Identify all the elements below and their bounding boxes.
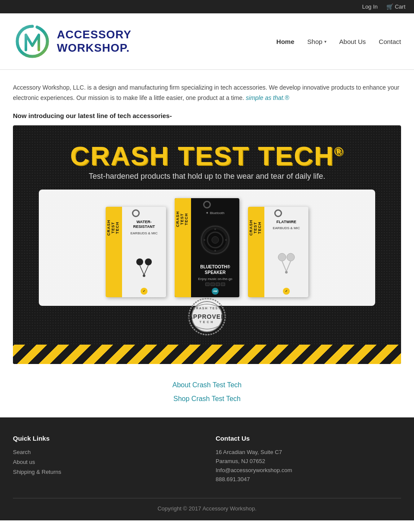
svg-line-16 [282, 261, 286, 271]
product-bluetooth-speaker: CRASHTESTTECH ✦ Bluetooth [175, 198, 239, 297]
svg-text:CRASH TEST: CRASH TEST [193, 307, 221, 310]
pkg-body-2: ✦ Bluetooth [191, 208, 239, 297]
footer-copyright: Copyright © 2017 Accessory Workshop. [13, 498, 401, 512]
stamp-container: CRASH TEST APPROVED TECH [22, 306, 392, 327]
svg-point-0 [136, 258, 143, 265]
brand-stamp-2: AW [212, 288, 219, 295]
cert-badge-3: ✓ [283, 288, 290, 295]
svg-line-17 [286, 261, 291, 271]
pkg-stripe-2: CRASHTESTTECH [175, 198, 191, 297]
pkg-desc-2: Enjoy music on-the-go [194, 277, 237, 281]
address-line1: 16 Arcadian Way, Suite C7 [216, 449, 401, 455]
main-nav: Home Shop ▾ About Us Contact [276, 38, 401, 45]
products-showcase: CRASHTESTTECH WATER-RESISTANT EARBUDS & … [39, 190, 375, 306]
svg-point-4 [143, 274, 145, 277]
footer: Quick Links Search About us Shipping & R… [0, 417, 414, 520]
footer-contact: Contact Us 16 Arcadian Way, Suite C7 Par… [216, 435, 401, 485]
svg-point-11 [225, 239, 227, 241]
contact-email: Info@accessoryworkshop.com [216, 467, 401, 473]
spec-icon-1 [205, 283, 210, 286]
pkg-brand-3: CRASHTESTTECH [249, 220, 263, 236]
footer-link-about[interactable]: About us [13, 459, 198, 465]
hazard-stripe [13, 345, 401, 364]
contact-title: Contact Us [216, 435, 401, 442]
cart-icon: 🛒 [386, 3, 393, 10]
chevron-down-icon: ▾ [324, 39, 326, 44]
svg-point-1 [145, 258, 152, 265]
pkg-name-2: BLUETOOTH® SPEAKER [194, 264, 237, 275]
product-flatwire-earbuds: CRASHTESTTECH FLATWIRE EARBUDS & MIC [248, 207, 308, 297]
pkg-brand-2: CRASHTESTTECH [176, 211, 190, 227]
cart-link[interactable]: 🛒 Cart [386, 3, 405, 10]
main-content: Accessory Workshop, LLC. is a design and… [0, 70, 414, 417]
pkg-stripe-1: CRASHTESTTECH [106, 207, 122, 297]
crash-test-tech-banner: CRASH TEST TECH® Test-hardened products … [13, 125, 401, 364]
cart-label: Cart [395, 3, 405, 10]
svg-point-10 [204, 239, 205, 241]
product-earbuds-water-resistant: CRASHTESTTECH WATER-RESISTANT EARBUDS & … [106, 207, 166, 297]
banner-inner: CRASH TEST TECH® Test-hardened products … [13, 125, 401, 327]
pkg-hanger-2 [203, 201, 211, 208]
earbuds-image-3 [271, 242, 301, 277]
svg-point-13 [214, 250, 216, 252]
pkg-desc-3: EARBUDS & MIC [267, 226, 306, 230]
speaker-image [198, 223, 232, 257]
footer-link-search[interactable]: Search [13, 449, 198, 455]
banner-links: About Crash Test Tech Shop Crash Test Te… [13, 364, 401, 417]
svg-line-3 [144, 265, 148, 275]
introducing-text: Now introducing our latest line of tech … [13, 112, 401, 119]
approved-stamp: CRASH TEST APPROVED TECH [188, 297, 226, 336]
spec-icon-4 [221, 283, 225, 286]
pkg-hanger-1 [132, 209, 140, 217]
svg-text:APPROVED: APPROVED [188, 313, 226, 320]
address-line2: Paramus, NJ 07652 [216, 458, 401, 464]
email-link[interactable]: Info@accessoryworkshop.com [216, 467, 292, 473]
about-crash-test-tech-link[interactable]: About Crash Test Tech [13, 381, 401, 389]
quick-links-title: Quick Links [13, 435, 198, 442]
logo-text: ACCESSORY WORKSHOP. [57, 28, 132, 55]
footer-link-shipping[interactable]: Shipping & Returns [13, 469, 198, 475]
svg-point-14 [278, 253, 286, 261]
spec-icon-2 [210, 283, 215, 286]
banner-title: CRASH TEST TECH® [22, 143, 392, 169]
footer-columns: Quick Links Search About us Shipping & R… [13, 435, 401, 485]
pkg-body-1: WATER-RESISTANT EARBUDS & MIC [122, 217, 166, 297]
nav-contact[interactable]: Contact [379, 38, 401, 45]
shop-crash-test-tech-link[interactable]: Shop Crash Test Tech [13, 395, 401, 403]
top-bar: Log In 🛒 Cart [0, 0, 414, 13]
pkg-stripe-3: CRASHTESTTECH [248, 207, 264, 297]
svg-point-12 [214, 228, 216, 230]
logo-area: ACCESSORY WORKSHOP. [13, 22, 132, 61]
nav-home[interactable]: Home [276, 38, 295, 45]
pkg-name-3: FLATWIRE [267, 220, 306, 225]
svg-point-15 [287, 253, 295, 261]
cert-badge-1: ✓ [141, 288, 147, 295]
svg-point-9 [212, 236, 219, 243]
pkg-brand-1: CRASHTESTTECH [107, 220, 121, 236]
intro-paragraph: Accessory Workshop, LLC. is a design and… [13, 83, 401, 103]
nav-about-us[interactable]: About Us [339, 38, 366, 45]
simple-as-that-link[interactable]: simple as that.® [246, 94, 289, 101]
pkg-body-3: FLATWIRE EARBUDS & MIC [264, 217, 308, 297]
login-link[interactable]: Log In [362, 3, 378, 10]
pkg-hanger-3 [274, 209, 282, 217]
nav-shop-wrapper: Shop ▾ [307, 38, 326, 45]
svg-text:TECH: TECH [199, 320, 214, 324]
spec-icon-3 [216, 283, 220, 286]
nav-shop[interactable]: Shop [307, 38, 323, 45]
banner-subtitle: Test-hardened products that hold up to t… [22, 172, 392, 181]
logo-icon [13, 22, 52, 61]
bluetooth-badge: ✦ Bluetooth [194, 211, 237, 215]
pkg-name-1: WATER-RESISTANT [125, 220, 163, 230]
svg-point-18 [285, 271, 288, 274]
earbuds-image-1 [129, 245, 159, 279]
pkg-desc-1: EARBUDS & MIC [125, 231, 163, 235]
header: ACCESSORY WORKSHOP. Home Shop ▾ About Us… [0, 13, 414, 70]
svg-line-2 [140, 265, 144, 275]
footer-quick-links: Quick Links Search About us Shipping & R… [13, 435, 198, 485]
contact-phone: 888.691.3047 [216, 476, 401, 482]
